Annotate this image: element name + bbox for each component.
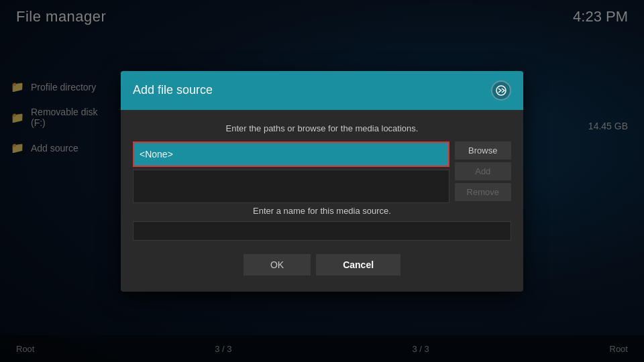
ok-button[interactable]: OK [244,254,311,276]
name-input[interactable] [133,221,511,241]
browse-button[interactable]: Browse [455,141,511,160]
dialog-footer: OK Cancel [133,251,511,278]
dialog-title: Add file source [133,83,213,97]
source-list-box [133,170,449,203]
kodi-logo [491,80,511,101]
name-section: Enter a name for this media source. [133,206,511,241]
name-instruction: Enter a name for this media source. [133,206,511,216]
source-input-value: <None> [140,149,173,160]
dialog-instruction1: Enter the paths or browse for the media … [133,123,511,133]
source-input-row: <None> Browse Add Remove [133,141,511,203]
side-buttons: Browse Add Remove [455,141,511,203]
dialog-header: Add file source [121,71,523,110]
kodi-logo-icon [495,84,507,97]
source-input-box[interactable]: <None> [133,141,449,167]
add-file-source-dialog: Add file source Enter the paths or brows… [121,71,523,292]
add-button[interactable]: Add [455,162,511,180]
remove-button[interactable]: Remove [455,183,511,201]
modal-overlay: Add file source Enter the paths or brows… [0,0,644,362]
cancel-button[interactable]: Cancel [316,254,400,276]
dialog-body: Enter the paths or browse for the media … [121,110,523,292]
